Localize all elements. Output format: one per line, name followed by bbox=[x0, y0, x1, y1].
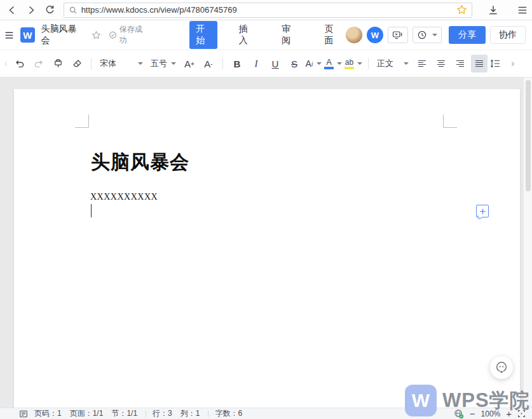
status-divider bbox=[208, 411, 208, 417]
scrollbar-thumb[interactable] bbox=[526, 80, 531, 191]
bookmark-star-icon[interactable] bbox=[456, 4, 467, 15]
toolbar-scroll-left-button[interactable] bbox=[1, 55, 10, 72]
document-page[interactable]: 头脑风暴会 XXXXXXXXXX bbox=[14, 89, 520, 413]
align-left-icon bbox=[417, 58, 427, 69]
main-menu-button[interactable] bbox=[1, 27, 17, 43]
document-canvas: 头脑风暴会 XXXXXXXXXX bbox=[0, 78, 532, 408]
star-icon bbox=[92, 31, 101, 40]
download-button[interactable] bbox=[484, 1, 503, 19]
clear-format-button[interactable] bbox=[69, 55, 85, 72]
font-family-select[interactable]: 宋体 bbox=[97, 55, 146, 72]
italic-button[interactable]: I bbox=[248, 55, 264, 72]
url-text[interactable]: https://www.kdocs.cn/view/p/47806745769 bbox=[81, 5, 456, 15]
chevron-down-icon bbox=[337, 62, 342, 65]
favorite-star-button[interactable] bbox=[92, 31, 101, 40]
bold-button[interactable]: B bbox=[229, 55, 245, 72]
browser-back-button[interactable] bbox=[3, 1, 22, 19]
zoom-level[interactable]: 100% bbox=[481, 409, 501, 418]
align-right-button[interactable] bbox=[452, 55, 468, 72]
present-button[interactable] bbox=[388, 27, 408, 43]
status-right-controls: − 100% + bbox=[454, 409, 526, 419]
user-avatar[interactable] bbox=[346, 27, 362, 43]
tab-page[interactable]: 页面 bbox=[318, 21, 346, 49]
chevron-right-icon bbox=[510, 61, 515, 67]
browser-menu-button[interactable] bbox=[513, 1, 532, 19]
margin-mark-top-right bbox=[443, 114, 457, 128]
format-toolbar: 宋体 五号 A+ A- B I U S Ai A ab 正文 bbox=[0, 50, 532, 78]
hamburger-icon bbox=[4, 30, 15, 41]
save-status-text: 保存成功 bbox=[119, 24, 147, 46]
history-button[interactable] bbox=[413, 27, 442, 43]
tab-home[interactable]: 开始 bbox=[189, 21, 217, 49]
paragraph-style-select[interactable]: 正文 bbox=[374, 55, 411, 72]
status-word-count[interactable]: 字数：6 bbox=[215, 408, 242, 419]
document-name: 头脑风暴会 bbox=[41, 24, 83, 46]
highlight-color-button[interactable]: ab bbox=[344, 55, 362, 72]
decrease-font-button[interactable]: A- bbox=[200, 55, 217, 72]
help-assistant-button[interactable] bbox=[490, 356, 513, 379]
format-painter-icon bbox=[53, 58, 64, 69]
grow-letter: A bbox=[184, 58, 191, 69]
screencast-icon bbox=[392, 30, 404, 40]
justify-button[interactable] bbox=[471, 55, 488, 72]
margin-mark-top-left bbox=[75, 114, 89, 128]
tab-insert[interactable]: 插入 bbox=[233, 21, 260, 49]
font-color-button[interactable]: A bbox=[324, 55, 342, 72]
app-header: W 头脑风暴会 保存成功 开始 插入 审阅 页面 W 分享 协作 bbox=[0, 20, 532, 50]
ribbon-tabs: 开始 插入 审阅 页面 bbox=[189, 21, 346, 49]
effect-letter: A bbox=[305, 58, 311, 69]
zoom-out-button[interactable]: − bbox=[470, 409, 475, 418]
search-icon bbox=[69, 6, 78, 15]
cloud-sync-button[interactable] bbox=[454, 409, 464, 419]
toolbar-scroll-right-button[interactable] bbox=[508, 55, 517, 72]
address-bar[interactable]: https://www.kdocs.cn/view/p/47806745769 bbox=[64, 3, 472, 18]
chevron-down-icon bbox=[317, 62, 322, 65]
wps-member-badge[interactable]: W bbox=[367, 27, 383, 43]
check-circle-icon bbox=[109, 31, 117, 39]
browser-refresh-button[interactable] bbox=[41, 1, 60, 19]
share-button[interactable]: 分享 bbox=[449, 26, 486, 44]
align-left-button[interactable] bbox=[414, 55, 430, 72]
line-spacing-button[interactable] bbox=[490, 55, 507, 72]
underline-button[interactable]: U bbox=[267, 55, 283, 72]
browser-forward-button[interactable] bbox=[22, 1, 41, 19]
status-line: 行：3 bbox=[153, 408, 172, 419]
highlight-letters: ab bbox=[345, 58, 353, 66]
increase-font-button[interactable]: A+ bbox=[181, 55, 198, 72]
font-size-select[interactable]: 五号 bbox=[148, 55, 179, 72]
align-center-icon bbox=[436, 58, 446, 69]
refresh-icon bbox=[44, 4, 55, 15]
document-body-text[interactable]: XXXXXXXXXX bbox=[90, 192, 158, 202]
text-effect-button[interactable]: Ai bbox=[305, 55, 322, 72]
strikethrough-button[interactable]: S bbox=[286, 55, 303, 72]
paragraph-style-value: 正文 bbox=[377, 58, 393, 69]
status-column: 列：1 bbox=[181, 408, 200, 419]
header-actions: W 分享 协作 bbox=[346, 26, 526, 44]
chevron-left-icon bbox=[3, 61, 9, 67]
format-painter-button[interactable] bbox=[50, 55, 66, 72]
eraser-icon bbox=[72, 58, 83, 69]
collaborate-button[interactable]: 协作 bbox=[490, 26, 526, 44]
chevron-down-icon bbox=[404, 62, 409, 65]
save-status: 保存成功 bbox=[109, 24, 147, 46]
grow-sign: + bbox=[191, 60, 194, 67]
toolbar-divider bbox=[222, 58, 223, 69]
clock-icon bbox=[417, 30, 427, 40]
font-size-value: 五号 bbox=[151, 58, 167, 69]
fit-window-button[interactable] bbox=[517, 409, 526, 418]
zoom-in-button[interactable]: + bbox=[506, 409, 512, 418]
undo-button[interactable] bbox=[11, 55, 28, 72]
font-color-swatch bbox=[324, 67, 334, 69]
wps-writer-logo[interactable]: W bbox=[20, 27, 34, 43]
tab-review[interactable]: 审阅 bbox=[275, 21, 303, 49]
document-heading[interactable]: 头脑风暴会 bbox=[91, 149, 189, 175]
align-center-button[interactable] bbox=[433, 55, 449, 72]
justify-icon bbox=[474, 58, 484, 69]
chevron-down-icon bbox=[138, 62, 143, 65]
vertical-scrollbar[interactable] bbox=[523, 78, 532, 408]
redo-button[interactable] bbox=[31, 55, 47, 72]
globe-check-icon bbox=[454, 409, 464, 419]
add-comment-button[interactable] bbox=[476, 205, 489, 217]
status-divider bbox=[146, 411, 146, 417]
nav-pane-button[interactable] bbox=[19, 409, 28, 418]
